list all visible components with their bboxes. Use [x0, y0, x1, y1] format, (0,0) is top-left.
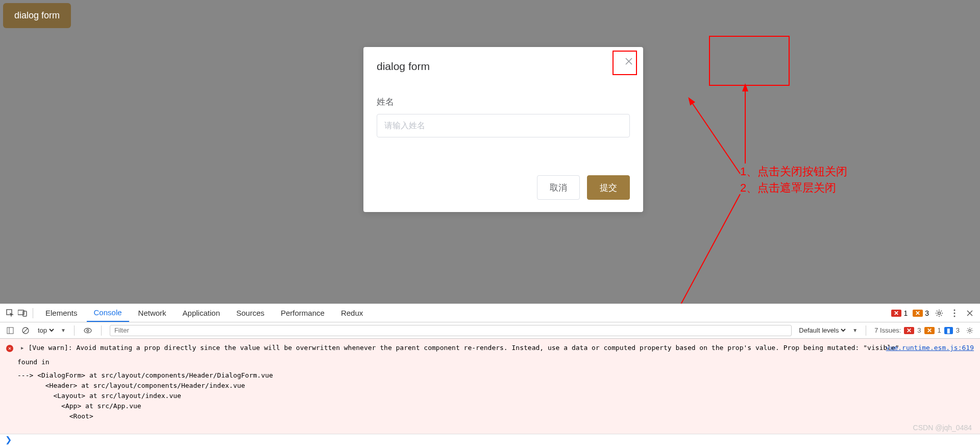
error-count-badge[interactable]: ✕1	[891, 309, 908, 317]
device-toolbar-icon[interactable]	[17, 308, 28, 318]
console-error-line: ✕ ▸ [Vue warn]: Avoid mutating a prop di…	[6, 343, 974, 353]
app-viewport: dialog form dialog form 姓名 取消 提交 1、点击关闭按…	[0, 0, 980, 303]
error-message: [Vue warn]: Avoid mutating a prop direct…	[28, 344, 899, 352]
tab-application[interactable]: Application	[176, 305, 227, 322]
error-count: 1	[903, 309, 908, 317]
console-filterbar: top ▼ Default levels ▼ 7 Issues: ✕3 ✕1 ▮…	[0, 322, 980, 339]
svg-point-14	[84, 328, 91, 333]
issues-error-box: ✕	[904, 327, 914, 334]
svg-rect-10	[7, 327, 13, 334]
console-prompt[interactable]: ❯	[0, 434, 980, 445]
watermark: CSDN @jqh_0484	[913, 424, 972, 432]
dialog-title: dialog form	[377, 60, 630, 73]
settings-gear-icon[interactable]	[934, 308, 944, 318]
tab-network[interactable]: Network	[131, 305, 174, 322]
warn-count-badge[interactable]: ✕3	[913, 309, 929, 317]
console-sidebar-toggle-icon[interactable]	[5, 325, 15, 336]
issues-error-count: 3	[917, 326, 921, 334]
console-settings-gear-icon[interactable]	[965, 325, 975, 336]
source-link[interactable]: vue.runtime.esm.js:619	[886, 343, 974, 353]
separator	[74, 325, 75, 336]
svg-point-9	[954, 315, 955, 317]
live-expression-icon[interactable]	[83, 325, 93, 336]
annotation-highlight-close	[612, 51, 637, 75]
issues-summary[interactable]: 7 Issues: ✕3 ✕1 ▮3	[874, 326, 960, 334]
component-trace: ---> <DialogForm> at src/layout/componen…	[17, 370, 974, 421]
name-input[interactable]	[377, 114, 630, 137]
inspect-icon[interactable]	[5, 308, 15, 318]
issues-warn-box: ✕	[924, 327, 935, 334]
name-label: 姓名	[377, 96, 630, 108]
more-menu-icon[interactable]	[949, 308, 960, 318]
tab-redux[interactable]: Redux	[334, 305, 370, 322]
warn-count: 3	[925, 309, 929, 317]
svg-point-15	[87, 330, 89, 332]
issues-info-box: ▮	[944, 327, 953, 334]
issues-info-count: 3	[956, 326, 960, 334]
svg-point-6	[938, 312, 941, 314]
clear-console-icon[interactable]	[20, 325, 31, 336]
console-filter-input[interactable]	[110, 325, 792, 336]
dialog-form: dialog form 姓名 取消 提交	[363, 47, 643, 212]
separator	[101, 325, 102, 336]
tab-console[interactable]: Console	[87, 305, 129, 322]
annotation-line-1: 1、点击关闭按钮关闭	[740, 163, 847, 180]
error-icon: ✕	[6, 345, 13, 352]
log-levels-selector[interactable]: Default levels	[797, 326, 847, 335]
issues-warn-count: 1	[938, 326, 941, 334]
tab-sources[interactable]: Sources	[229, 305, 272, 322]
svg-line-13	[23, 329, 28, 333]
issues-label: 7 Issues:	[874, 326, 901, 334]
dialog-footer: 取消 提交	[377, 175, 630, 200]
found-in-label: found in	[17, 357, 974, 367]
cancel-button[interactable]: 取消	[537, 175, 580, 200]
submit-button[interactable]: 提交	[587, 175, 630, 200]
annotation-highlight-mask	[709, 36, 790, 86]
svg-point-8	[954, 312, 955, 314]
svg-point-16	[969, 329, 971, 331]
separator	[866, 325, 866, 336]
devtools-panel: Elements Console Network Application Sou…	[0, 303, 980, 445]
svg-point-7	[954, 309, 955, 311]
separator	[33, 308, 33, 318]
context-selector[interactable]: top	[36, 326, 56, 335]
annotation-text: 1、点击关闭按钮关闭 2、点击遮罩层关闭	[740, 163, 847, 196]
console-output: vue.runtime.esm.js:619 ✕ ▸ [Vue warn]: A…	[0, 339, 980, 434]
tab-elements[interactable]: Elements	[38, 305, 85, 322]
svg-rect-5	[23, 311, 27, 316]
devtools-tabbar: Elements Console Network Application Sou…	[0, 304, 980, 322]
annotation-line-2: 2、点击遮罩层关闭	[740, 180, 847, 196]
close-devtools-icon[interactable]	[965, 308, 975, 318]
tab-performance[interactable]: Performance	[274, 305, 332, 322]
